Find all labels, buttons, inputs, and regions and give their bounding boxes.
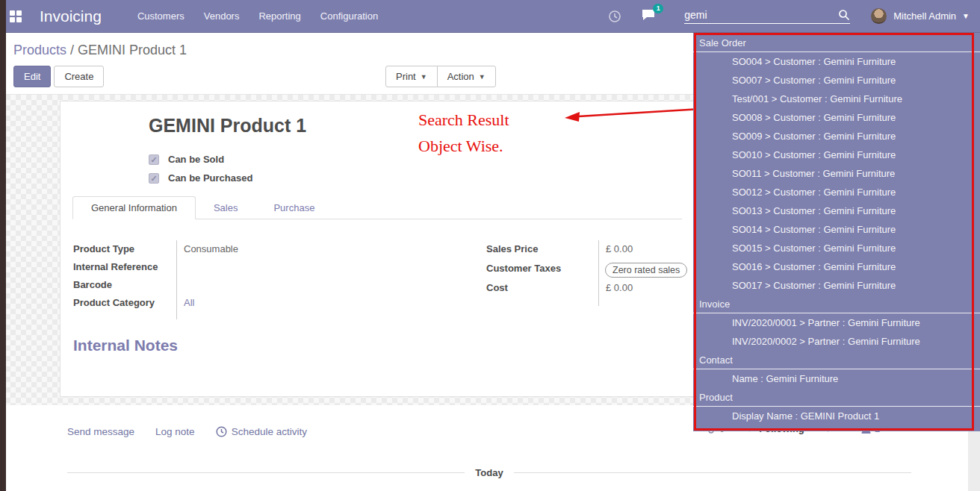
tab-sales[interactable]: Sales: [196, 196, 256, 219]
search-result-item[interactable]: SO016 > Customer : Gemini Furniture: [693, 257, 980, 276]
section-header-invoice: Invoice: [693, 295, 980, 313]
breadcrumb-separator: /: [66, 43, 78, 57]
messages-button[interactable]: 1: [641, 8, 656, 25]
field-customer-taxes: Customer Taxes Zero rated sales: [486, 263, 688, 279]
search-result-item[interactable]: INV/2020/0001 > Partner : Gemini Furnitu…: [693, 313, 980, 332]
section-header-product: Product: [693, 388, 980, 407]
tab-purchase[interactable]: Purchase: [255, 196, 332, 219]
search-result-item[interactable]: SO009 > Customer : Gemini Furniture: [693, 127, 980, 146]
can-be-purchased-checkbox[interactable]: ✓: [149, 173, 159, 184]
search-result-item[interactable]: Name : Gemini Furniture: [693, 369, 980, 388]
search-result-item[interactable]: INV/2020/0002 > Partner : Gemini Furnitu…: [693, 332, 980, 351]
can-be-sold-checkbox[interactable]: ✓: [149, 154, 159, 165]
activities-clock-icon[interactable]: [608, 10, 621, 23]
field-group-right: Sales Price £ 0.00 Customer Taxes Zero r…: [486, 243, 688, 301]
product-form-sheet: GEMINI Product 1 ✓ Can be Sold ✓ Can be …: [60, 101, 695, 397]
menu-configuration[interactable]: Configuration: [320, 10, 378, 22]
search-result-item[interactable]: SO013 > Customer : Gemini Furniture: [693, 201, 980, 220]
field-divider: [176, 240, 177, 319]
product-title: GEMINI Product 1: [149, 115, 306, 137]
field-group-left: Product Type Consumable Internal Referen…: [73, 243, 447, 315]
breadcrumb-current: GEMINI Product 1: [78, 43, 187, 57]
section-header-contact: Contact: [693, 351, 980, 369]
field-label: Product Category: [73, 297, 176, 308]
search-result-item[interactable]: SO014 > Customer : Gemini Furniture: [693, 220, 980, 239]
customer-tax-pill[interactable]: Zero rated sales: [605, 263, 687, 278]
edit-button[interactable]: Edit: [13, 66, 51, 87]
tab-general-information[interactable]: General Information: [72, 196, 196, 219]
search-input[interactable]: [684, 9, 838, 21]
field-divider: [598, 240, 599, 306]
field-value: £ 0.00: [606, 282, 633, 293]
section-header-sale-order: Sale Order: [693, 34, 980, 52]
search-icon[interactable]: [838, 9, 850, 21]
print-dropdown-button[interactable]: Print ▼: [385, 66, 438, 87]
field-product-category: Product Category All: [73, 297, 447, 313]
menu-reporting[interactable]: Reporting: [258, 10, 300, 22]
scrollbar-track[interactable]: [968, 431, 980, 491]
chevron-down-icon: ▼: [421, 73, 427, 81]
annotation-text-line1: Search Result: [418, 110, 509, 130]
field-barcode: Barcode: [73, 279, 447, 295]
breadcrumb-products-link[interactable]: Products: [13, 43, 66, 57]
today-label: Today: [465, 467, 513, 478]
today-divider: Today: [67, 467, 911, 478]
search-result-item[interactable]: SO010 > Customer : Gemini Furniture: [693, 146, 980, 164]
field-label: Product Type: [73, 243, 176, 254]
annotation-text-line2: Object Wise.: [418, 137, 503, 156]
print-label: Print: [396, 71, 416, 82]
action-label: Action: [447, 71, 474, 82]
can-be-purchased-label: Can be Purchased: [168, 172, 252, 184]
field-product-type: Product Type Consumable: [73, 243, 447, 260]
notebook-tabs: General Information Sales Purchase: [72, 196, 682, 219]
app-title: Invoicing: [40, 7, 102, 25]
field-label: Sales Price: [486, 243, 598, 254]
field-label: Barcode: [73, 279, 176, 290]
search-result-item[interactable]: SO007 > Customer : Gemini Furniture: [693, 71, 980, 90]
top-navbar: Invoicing Customers Vendors Reporting Co…: [0, 0, 980, 33]
log-note-button[interactable]: Log note: [155, 426, 195, 437]
schedule-clock-icon: [216, 426, 227, 437]
field-internal-reference: Internal Reference: [73, 261, 447, 278]
menu-vendors[interactable]: Vendors: [204, 10, 240, 22]
create-button[interactable]: Create: [54, 66, 104, 87]
message-count-badge: 1: [653, 4, 663, 13]
annotation-arrow: [562, 103, 704, 125]
user-name: Mitchell Admin: [893, 10, 956, 22]
action-dropdown-button[interactable]: Action ▼: [437, 66, 496, 87]
schedule-activity-button[interactable]: Schedule activity: [232, 426, 307, 437]
field-cost: Cost £ 0.00: [486, 282, 688, 298]
search-result-item[interactable]: SO012 > Customer : Gemini Furniture: [693, 183, 980, 201]
field-label: Customer Taxes: [486, 263, 598, 274]
main-menu: Customers Vendors Reporting Configuratio…: [137, 10, 378, 22]
product-category-link[interactable]: All: [184, 297, 194, 308]
global-search: [684, 9, 850, 24]
field-label: Internal Reference: [73, 261, 176, 272]
chevron-down-icon: ▼: [479, 73, 486, 81]
user-avatar: [871, 8, 887, 24]
search-result-item[interactable]: SO004 > Customer : Gemini Furniture: [693, 52, 980, 71]
field-label: Cost: [486, 282, 598, 293]
field-value: Consumable: [184, 243, 238, 254]
apps-menu-icon[interactable]: [10, 10, 22, 22]
search-results-dropdown: Sale Order SO004 > Customer : Gemini Fur…: [693, 33, 980, 431]
chevron-down-icon: ▼: [962, 12, 970, 20]
left-edge-strip: [0, 0, 6, 491]
breadcrumb: Products / GEMINI Product 1: [13, 43, 187, 58]
send-message-button[interactable]: Send message: [67, 426, 134, 437]
internal-notes-heading: Internal Notes: [73, 337, 178, 354]
field-sales-price: Sales Price £ 0.00: [486, 243, 688, 260]
field-value: £ 0.00: [606, 243, 633, 254]
can-be-sold-row: ✓ Can be Sold: [149, 154, 224, 165]
search-result-item[interactable]: SO017 > Customer : Gemini Furniture: [693, 276, 980, 295]
search-result-item[interactable]: SO015 > Customer : Gemini Furniture: [693, 239, 980, 257]
can-be-sold-label: Can be Sold: [168, 154, 224, 165]
search-result-item[interactable]: Display Name : GEMINI Product 1: [693, 407, 980, 425]
can-be-purchased-row: ✓ Can be Purchased: [149, 172, 252, 184]
search-result-item[interactable]: Test/001 > Customer : Gemini Furniture: [693, 90, 980, 108]
search-result-item[interactable]: SO008 > Customer : Gemini Furniture: [693, 108, 980, 127]
menu-customers[interactable]: Customers: [137, 10, 184, 22]
user-menu[interactable]: Mitchell Admin ▼: [871, 8, 970, 24]
search-result-item[interactable]: SO011 > Customer : Gemini Furniture: [693, 164, 980, 183]
